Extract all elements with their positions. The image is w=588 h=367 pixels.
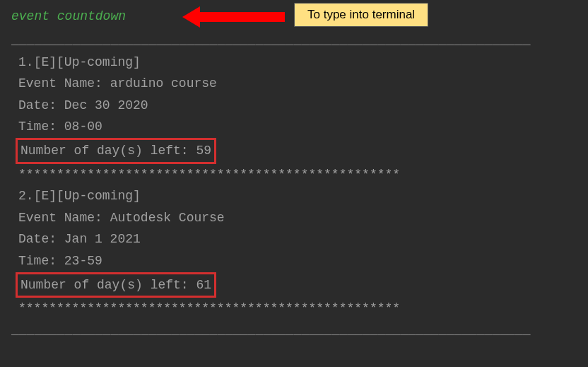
terminal-output: ________________________________________… (11, 30, 577, 341)
annotation-label: To type into terminal (294, 3, 428, 27)
event-days-line: Number of day(s) left: 59 (18, 138, 577, 164)
separator: ****************************************… (18, 164, 577, 186)
event-time-line: Time: 23-59 (18, 250, 577, 272)
event-name-line: Event Name: Autodesk Course (18, 207, 577, 229)
terminal-command[interactable]: event countdown (11, 9, 126, 23)
horizontal-rule: ________________________________________… (11, 30, 577, 52)
event-header: 2.[E][Up-coming] (18, 185, 577, 207)
arrow-annotation (182, 10, 285, 24)
horizontal-rule: ________________________________________… (11, 320, 577, 342)
highlight-box: Number of day(s) left: 59 (16, 138, 216, 164)
event-header: 1.[E][Up-coming] (18, 52, 577, 74)
highlight-box: Number of day(s) left: 61 (16, 272, 216, 298)
event-days-line: Number of day(s) left: 61 (18, 272, 577, 298)
event-date-line: Date: Dec 30 2020 (18, 95, 577, 117)
event-name-line: Event Name: arduino course (18, 73, 577, 95)
event-date-line: Date: Jan 1 2021 (18, 228, 577, 250)
event-time-line: Time: 08-00 (18, 116, 577, 138)
separator: ****************************************… (18, 298, 577, 320)
